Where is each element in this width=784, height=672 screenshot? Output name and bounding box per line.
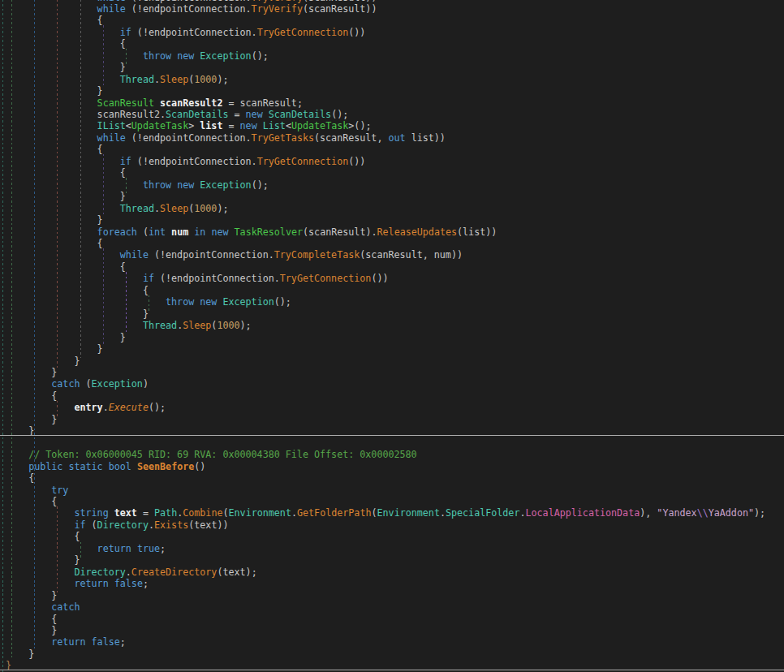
code-line: } — [6, 414, 781, 425]
code-line: { — [6, 285, 781, 296]
code-line: foreach (int num in new TaskResolver(sca… — [6, 226, 781, 238]
code-line: while (!endpointConnection.TryGetTasks(s… — [6, 132, 781, 144]
code-line: { — [6, 15, 781, 26]
code-line: } — [6, 214, 781, 226]
code-line: while (!endpointConnection.TryVerify(sca… — [6, 3, 781, 15]
code-line: Directory.CreateDirectory(text); — [6, 566, 781, 578]
code-line: } — [6, 332, 781, 343]
code-line: Thread.Sleep(1000); — [6, 74, 781, 85]
code-line: IList<UpdateTask> list = new List<Update… — [6, 120, 781, 131]
code-line: if (!endpointConnection.TryGetConnection… — [6, 156, 781, 167]
indent-guide — [2, 0, 3, 672]
code-line: { — [6, 472, 781, 484]
code-line: Thread.Sleep(1000); — [6, 320, 781, 331]
code-line: throw new Exception(); — [6, 179, 781, 191]
code-line: } — [6, 648, 781, 660]
code-line: catch — [6, 601, 781, 613]
code-line: { — [6, 614, 781, 625]
code-line: scanResult2.ScanDetails = new ScanDetail… — [6, 109, 781, 120]
code-line: { — [6, 531, 781, 542]
code-area[interactable]: while (!endpointConnection.TryVerify(sca… — [6, 0, 781, 672]
code-line: } — [6, 191, 781, 202]
code-line: } — [6, 554, 781, 566]
code-line: } — [6, 308, 781, 320]
code-line: { — [6, 238, 781, 249]
code-line: string text = Path.Combine(Environment.G… — [6, 507, 781, 519]
code-line: } — [6, 62, 781, 73]
method-separator — [0, 435, 784, 436]
code-line: return true; — [6, 543, 781, 554]
code-line: if (Directory.Exists(text)) — [6, 519, 781, 531]
code-line: entry.Execute(); — [6, 402, 781, 413]
code-line: } — [6, 425, 781, 437]
code-line: } — [6, 343, 781, 355]
code-line: if (!endpointConnection.TryGetConnection… — [6, 27, 781, 38]
code-line: return false; — [6, 636, 781, 648]
code-line: { — [6, 38, 781, 50]
code-line: } — [6, 590, 781, 601]
code-line: } — [6, 367, 781, 378]
code-line: while (!endpointConnection.TryCompleteTa… — [6, 249, 781, 261]
code-line: } — [6, 355, 781, 367]
code-line — [6, 437, 781, 449]
code-line: { — [6, 496, 781, 507]
code-line: { — [6, 144, 781, 155]
code-line: } — [6, 625, 781, 636]
method-separator — [0, 670, 784, 670]
code-line: ScanResult scanResult2 = scanResult; — [6, 97, 781, 109]
code-line: public static bool SeenBefore() — [6, 461, 781, 472]
code-line: throw new Exception(); — [6, 50, 781, 62]
code-editor[interactable]: while (!endpointConnection.TryVerify(sca… — [0, 0, 784, 672]
code-line: throw new Exception(); — [6, 296, 781, 308]
code-line: try — [6, 485, 781, 496]
code-line: { — [6, 390, 781, 402]
code-line: catch (Exception) — [6, 378, 781, 390]
code-line: if (!endpointConnection.TryGetConnection… — [6, 273, 781, 284]
code-line: return false; — [6, 578, 781, 589]
code-line: { — [6, 261, 781, 273]
code-line: // Token: 0x06000045 RID: 69 RVA: 0x0000… — [6, 449, 781, 460]
code-line: Thread.Sleep(1000); — [6, 203, 781, 214]
code-line: { — [6, 167, 781, 179]
code-line: } — [6, 85, 781, 97]
